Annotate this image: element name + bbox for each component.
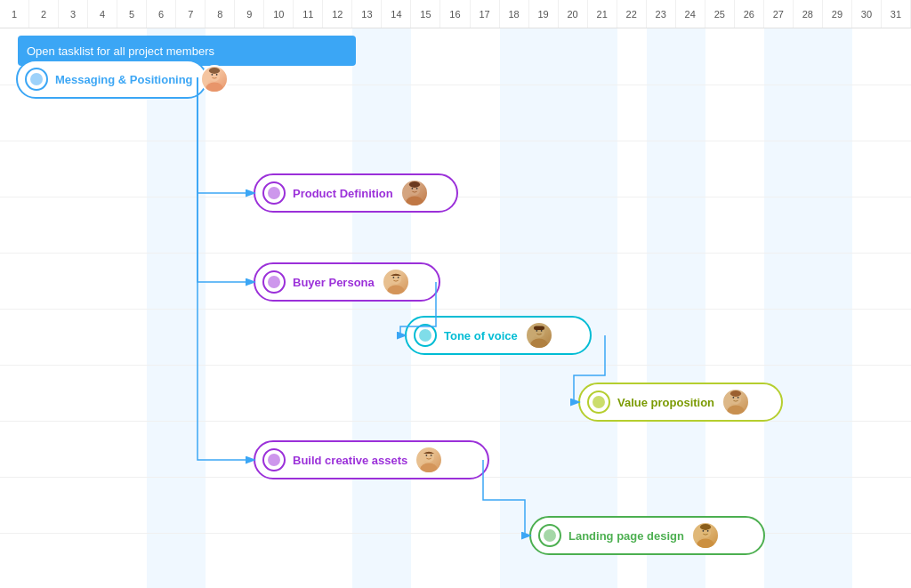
- day-cell-24: 24: [676, 0, 705, 28]
- day-cell-15: 15: [411, 0, 440, 28]
- day-cell-30: 30: [852, 0, 882, 28]
- task-icon-product: [262, 181, 286, 205]
- day-cell-10: 10: [264, 0, 294, 28]
- header-row: 1234567891011121314151617181920212223242…: [0, 0, 911, 28]
- day-cell-5: 5: [117, 0, 147, 28]
- avatar-product: [400, 179, 429, 207]
- svg-point-39: [707, 530, 709, 532]
- avatar-value: [722, 388, 750, 416]
- avatar-buyer: [382, 268, 410, 296]
- task-messaging-positioning[interactable]: Messaging & Positioning: [16, 60, 207, 99]
- svg-point-33: [426, 455, 428, 456]
- day-cell-16: 16: [440, 0, 470, 28]
- task-tone-voice[interactable]: Tone of voice: [405, 316, 592, 355]
- svg-point-25: [727, 406, 744, 415]
- day-cell-21: 21: [588, 0, 617, 28]
- day-cell-29: 29: [823, 0, 852, 28]
- task-icon-inner-landing: [544, 529, 556, 542]
- day-cell-4: 4: [88, 0, 117, 28]
- svg-point-17: [398, 277, 399, 278]
- svg-point-19: [530, 339, 547, 349]
- avatar-creative: [415, 446, 443, 474]
- task-icon-value: [587, 391, 610, 414]
- svg-point-40: [700, 524, 711, 530]
- day-cell-12: 12: [323, 0, 352, 28]
- svg-point-31: [421, 463, 438, 473]
- day-cell-1: 1: [0, 0, 29, 28]
- day-cell-8: 8: [206, 0, 235, 28]
- task-label-buyer: Buyer Persona: [293, 276, 375, 289]
- task-label-landing: Landing page design: [568, 529, 684, 543]
- svg-point-8: [406, 197, 423, 206]
- task-label-messaging: Messaging & Positioning: [55, 73, 193, 86]
- svg-point-29: [730, 391, 741, 397]
- day-cell-13: 13: [352, 0, 382, 28]
- task-icon-messaging: [25, 68, 48, 91]
- day-cell-17: 17: [471, 0, 500, 28]
- task-product-definition[interactable]: Product Definition: [254, 173, 458, 213]
- day-cell-26: 26: [735, 0, 764, 28]
- content-area: Open tasklist for all project members Me…: [0, 28, 911, 588]
- day-cell-23: 23: [647, 0, 676, 28]
- svg-point-2: [206, 83, 222, 93]
- svg-point-36: [697, 539, 713, 549]
- task-icon-creative: [262, 448, 286, 471]
- task-icon-inner-value: [593, 396, 605, 408]
- task-icon-inner-product: [268, 187, 280, 199]
- svg-point-12: [409, 181, 420, 188]
- svg-point-10: [411, 188, 413, 189]
- svg-point-16: [392, 277, 394, 278]
- avatar-landing: [691, 521, 720, 550]
- day-cell-28: 28: [794, 0, 823, 28]
- task-buyer-persona[interactable]: Buyer Persona: [254, 262, 440, 302]
- day-cell-6: 6: [147, 0, 176, 28]
- day-cell-9: 9: [235, 0, 264, 28]
- task-icon-inner-tone: [419, 329, 431, 342]
- task-label-value: Value proposition: [617, 396, 714, 409]
- task-icon-tone: [414, 324, 437, 347]
- day-cell-20: 20: [559, 0, 588, 28]
- day-cell-22: 22: [617, 0, 647, 28]
- task-creative-assets[interactable]: Build creative assets: [254, 440, 489, 479]
- task-icon-landing: [538, 524, 561, 547]
- day-cell-25: 25: [705, 0, 735, 28]
- day-cell-18: 18: [500, 0, 529, 28]
- banner-label: Open tasklist for all project members: [27, 44, 214, 58]
- avatar-tone: [525, 321, 553, 350]
- svg-point-27: [733, 397, 735, 399]
- task-icon-buyer: [262, 270, 286, 294]
- day-cell-19: 19: [529, 0, 559, 28]
- svg-point-22: [541, 330, 543, 332]
- task-value-proposition[interactable]: Value proposition: [578, 383, 783, 422]
- day-cell-7: 7: [176, 0, 206, 28]
- day-cell-11: 11: [294, 0, 323, 28]
- svg-point-5: [215, 74, 217, 76]
- day-cell-27: 27: [764, 0, 794, 28]
- day-cell-14: 14: [382, 0, 411, 28]
- svg-point-38: [703, 530, 705, 532]
- svg-point-6: [208, 68, 219, 74]
- task-label-tone: Tone of voice: [444, 329, 518, 342]
- svg-point-21: [536, 330, 537, 332]
- task-icon-inner-buyer: [268, 276, 280, 288]
- svg-point-4: [211, 74, 213, 76]
- connectors-svg: [0, 28, 911, 588]
- task-landing-page[interactable]: Landing page design: [529, 516, 765, 555]
- svg-rect-23: [534, 326, 544, 330]
- gantt-chart: 1234567891011121314151617181920212223242…: [0, 0, 911, 588]
- svg-point-28: [738, 397, 739, 399]
- task-icon-inner-creative: [268, 454, 280, 466]
- day-cell-2: 2: [29, 0, 59, 28]
- svg-point-34: [431, 455, 432, 456]
- avatar-messaging: [200, 65, 229, 93]
- svg-point-14: [387, 286, 404, 295]
- task-label-creative: Build creative assets: [293, 454, 407, 467]
- task-icon-inner: [30, 73, 43, 85]
- svg-point-11: [415, 188, 417, 189]
- day-cell-31: 31: [882, 0, 911, 28]
- task-label-product: Product Definition: [293, 187, 393, 200]
- day-cell-3: 3: [59, 0, 88, 28]
